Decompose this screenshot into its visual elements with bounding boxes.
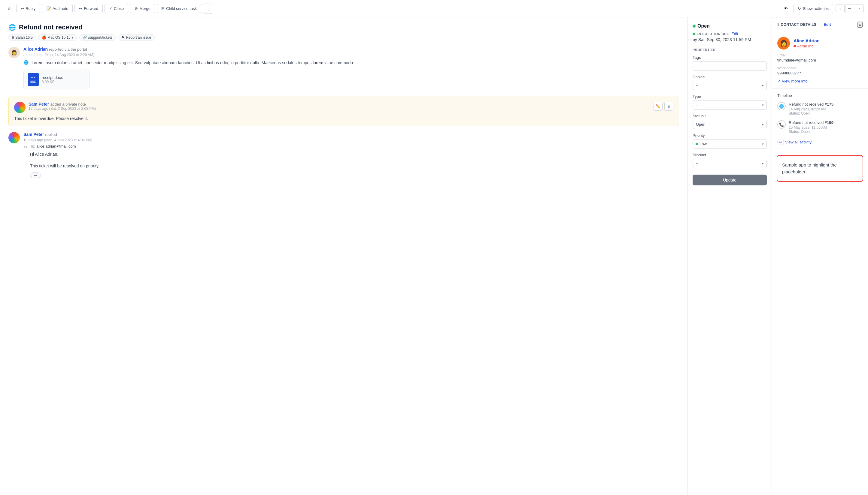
contact-name[interactable]: Alice Adrian (793, 38, 820, 43)
more-icon: ⋮ (206, 5, 211, 12)
timeline-content-1: Refund not received #175 14 Aug 2023, 02… (789, 102, 863, 116)
status-text: Open (698, 23, 710, 29)
reply-content: To: alice.adrian@mail.com Hi Alice Adria… (30, 144, 99, 178)
contact-details-header: ℹ CONTACT DETAILS | Edit ▲ (772, 17, 868, 32)
priority-select[interactable]: Low Medium High (693, 139, 767, 149)
contact-edit-link[interactable]: Edit (823, 22, 831, 27)
timeline-title: Timeline (777, 93, 863, 98)
dots-circle-icon: ••• (777, 139, 784, 145)
product-select[interactable]: -- (693, 159, 767, 168)
edit-note-button[interactable]: ✏️ (654, 102, 662, 111)
reply-icon-row: ✉ To: alice.adrian@mail.com Hi Alice Adr… (23, 144, 679, 178)
note-actions: ✏️ 🗑 (654, 102, 673, 111)
type-select[interactable]: -- (693, 100, 767, 109)
collapse-button[interactable]: ▲ (857, 22, 863, 28)
timeline-content-2: Refund not received #159 15 May 2023, 11… (789, 120, 863, 134)
merge-button[interactable]: ⊕ Merge (130, 4, 155, 13)
left-panel: 🌐 Refund not received Safari 16.5 🍎 Mac … (0, 17, 688, 495)
forward-button[interactable]: ↪ Forward (75, 4, 103, 13)
choice-select[interactable]: -- (693, 81, 767, 90)
attachment[interactable]: docx receipt.docx 8.99 KB (23, 70, 89, 89)
add-note-button[interactable]: 📝 Add note (42, 4, 73, 13)
reply-button[interactable]: ↩ Reply (16, 4, 40, 13)
external-link-icon: ↗ (777, 79, 781, 83)
link-icon: 🔗 (83, 35, 87, 39)
product-field: Product -- ▾ (693, 153, 767, 168)
timeline-date-1: 14 Aug 2023, 02:20 AM (789, 107, 863, 111)
priority-field: Priority Low Medium High ▾ (693, 133, 767, 149)
meta-tags: Safari 16.5 🍎 Mac OS 10.15.7 🔗 /support/… (9, 34, 679, 41)
url-label: /support/tickets (88, 35, 113, 39)
entry-header-1: Alice Adrian reported via the portal (23, 47, 679, 52)
browser-dot (12, 36, 14, 39)
resolution-dot (693, 33, 695, 35)
timeline-status-1: Status: Open (789, 111, 863, 116)
product-label: Product (693, 153, 767, 157)
timeline-item-2: 📞 Refund not received #159 15 May 2023, … (777, 120, 863, 134)
add-note-label: Add note (52, 6, 68, 11)
reply-label: Reply (26, 6, 35, 11)
tags-label: Tags (693, 55, 767, 60)
more-options-button[interactable]: ⋮ (203, 4, 213, 14)
resolution-edit-link[interactable]: Edit (731, 32, 738, 36)
entry-body-1: Alice Adrian reported via the portal a m… (23, 47, 679, 89)
type-select-wrapper: -- ▾ (693, 100, 767, 109)
reply-author-name: Sam Peter (23, 132, 44, 137)
timeline-date-2: 15 May 2023, 11:56 AM (789, 125, 863, 130)
timeline-icon-2: 📞 (777, 120, 786, 129)
note-author-info: Sam Peter added a private note 12 days a… (29, 102, 96, 111)
star-button[interactable]: ☆ (4, 4, 14, 14)
contact-name-row: 👩 Alice Adrian Acme Inc. (777, 37, 863, 50)
entry-time-1: a month ago (Mon, 14 Aug 2023 at 2:20 AM… (23, 53, 679, 57)
trash-icon: 🗑 (667, 104, 671, 108)
note-header: Sam Peter added a private note 12 days a… (14, 102, 673, 113)
globe-icon: 🌐 (9, 24, 16, 31)
work-phone-value: 99998888777 (777, 71, 863, 75)
work-phone-label: Work phone (777, 66, 863, 70)
view-all-label: View all activity (785, 140, 812, 144)
tags-input[interactable] (693, 61, 767, 70)
url-tag[interactable]: 🔗 /support/tickets (79, 34, 116, 41)
dots-icon: ••• (848, 7, 851, 10)
type-field: Type -- ▾ (693, 94, 767, 109)
placeholder-box: Sample app to highlight the placeholder (777, 155, 863, 182)
main-layout: 🌐 Refund not received Safari 16.5 🍎 Mac … (0, 17, 868, 495)
properties-label: PROPERTIES (693, 48, 767, 52)
nav-arrows: ‹ ••• › (836, 4, 864, 13)
resolution-label: RESOLUTION DUE Edit (693, 32, 767, 36)
choice-field: Choice -- ▾ (693, 75, 767, 90)
reply-body-text: This ticket will be resolved on priority… (30, 163, 99, 169)
report-label: Report an issue (126, 35, 151, 39)
status-select[interactable]: Open Closed Pending (693, 120, 767, 129)
timeline-item-1: 🌐 Refund not received #175 14 Aug 2023, … (777, 102, 863, 116)
close-icon: ✓ (109, 6, 112, 11)
show-activities-button[interactable]: ↻ Show activities (793, 4, 833, 13)
view-all-link[interactable]: ••• View all activity (777, 139, 863, 145)
update-button[interactable]: Update (693, 175, 767, 185)
prev-button[interactable]: ‹ (836, 4, 845, 13)
entry-text-1: Lorem ipsum dolor sit amet, consectetur … (32, 59, 354, 66)
view-more-link[interactable]: ↗ View more info (777, 79, 863, 83)
note-header-left: Sam Peter added a private note 12 days a… (14, 102, 96, 113)
timeline-item-title-1: Refund not received #175 (789, 102, 863, 106)
eye-button[interactable]: 👁 (781, 4, 791, 14)
attachment-size: 8.99 KB (42, 80, 63, 84)
next-button[interactable]: › (855, 4, 864, 13)
dots-nav-button[interactable]: ••• (845, 4, 854, 13)
chevron-up-icon: ▲ (858, 22, 862, 27)
delete-note-button[interactable]: 🗑 (665, 102, 673, 111)
browser-tag: Safari 16.5 (9, 34, 36, 41)
email-value: tinumdaie@gmail.com (777, 58, 863, 63)
priority-select-wrapper: Low Medium High ▾ (693, 139, 767, 149)
report-tag[interactable]: ⚑ Report an issue (118, 34, 154, 41)
email-label: Email (777, 53, 863, 57)
note-text: This ticket is overdue. Please resolve i… (14, 116, 673, 121)
type-label: Type (693, 94, 767, 99)
child-service-task-button[interactable]: ⊞ Child service task (157, 4, 201, 13)
os-label: Mac OS 10.15.7 (47, 35, 73, 39)
toolbar-right: 👁 ↻ Show activities ‹ ••• › (781, 4, 864, 14)
info-icon: ℹ (777, 22, 779, 27)
more-content-button[interactable]: ••• (30, 172, 41, 178)
close-button[interactable]: ✓ Close (104, 4, 128, 13)
sam-avatar-reply (9, 132, 20, 143)
